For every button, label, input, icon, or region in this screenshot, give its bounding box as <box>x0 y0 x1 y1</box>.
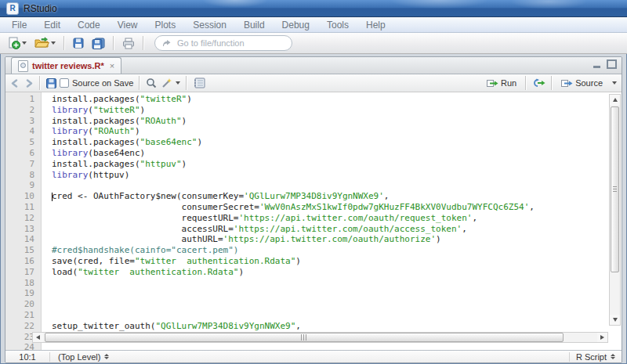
pane-minimize-icon[interactable] <box>593 66 600 68</box>
editor-toolbar-separator <box>551 76 553 90</box>
line-number: 20 <box>5 299 41 310</box>
back-icon[interactable] <box>10 79 20 88</box>
file-type-spinner-icon <box>611 354 615 359</box>
save-icon[interactable] <box>46 78 56 88</box>
scroll-left-icon[interactable] <box>33 333 43 342</box>
menu-item-view[interactable]: View <box>109 20 147 31</box>
tab-close-icon[interactable]: × <box>110 62 114 70</box>
vertical-scroll-thumb[interactable] <box>611 106 619 272</box>
open-file-button[interactable] <box>32 35 58 51</box>
code-area[interactable]: install.packages("twitteR")library("twit… <box>42 92 608 333</box>
menu-item-session[interactable]: Session <box>184 20 235 31</box>
code-line-5[interactable]: install.packages("base64enc") <box>52 137 608 148</box>
find-icon[interactable] <box>146 77 157 88</box>
code-line-9[interactable] <box>52 180 608 191</box>
code-line-8[interactable]: library(httpuv) <box>52 170 608 181</box>
open-file-dropdown-icon[interactable] <box>51 41 56 45</box>
new-file-dropdown-icon[interactable] <box>22 41 27 45</box>
menu-item-tools[interactable]: Tools <box>318 20 357 31</box>
file-type-selector[interactable]: R Script <box>569 352 622 362</box>
menu-item-help[interactable]: Help <box>357 20 394 31</box>
line-number: 19 <box>5 288 41 299</box>
new-file-icon <box>7 37 20 50</box>
code-line-14[interactable]: authURL='https://api.twitter.com/oauth/a… <box>52 234 608 245</box>
scope-selector[interactable]: (Top Level) <box>50 352 117 362</box>
save-all-button[interactable] <box>89 36 107 51</box>
run-icon <box>487 79 498 88</box>
scroll-right-icon[interactable] <box>597 333 607 342</box>
file-type-label: R Script <box>576 352 607 362</box>
compile-notebook-icon[interactable] <box>193 77 205 88</box>
rerun-button[interactable] <box>532 78 545 88</box>
scroll-down-icon[interactable] <box>610 315 620 325</box>
horizontal-scrollbar[interactable] <box>32 332 608 343</box>
code-line-18[interactable] <box>52 278 608 289</box>
source-on-save-checkbox[interactable] <box>60 78 69 88</box>
line-number: 10 <box>5 191 41 202</box>
line-number: 6 <box>5 148 41 159</box>
rstudio-window: R RStudio FileEditCodeViewPlotsSessionBu… <box>0 0 627 364</box>
editor-toolbar-separator <box>525 76 527 90</box>
menu-item-plots[interactable]: Plots <box>147 20 185 31</box>
line-number: 12 <box>5 213 41 224</box>
code-line-22[interactable]: setup_twitter_oauth("QGlLurw7MP34D8iv9Yg… <box>52 321 608 332</box>
toolbar-separator <box>113 36 114 50</box>
menu-item-build[interactable]: Build <box>235 20 274 31</box>
open-folder-icon <box>34 37 49 49</box>
code-line-6[interactable]: library(base64enc) <box>52 148 608 159</box>
code-editor[interactable]: 123456789101112131415161718192021222324 … <box>5 92 622 350</box>
code-line-15[interactable]: #cred$handshake(cainfo="cacert.pem") <box>52 245 608 256</box>
code-line-12[interactable]: requestURL='https://api.twitter.com/oaut… <box>52 213 608 224</box>
line-number: 9 <box>5 180 41 191</box>
goto-file-box[interactable] <box>154 35 292 51</box>
line-number-gutter: 123456789101112131415161718192021222324 <box>5 92 42 350</box>
print-button[interactable] <box>120 36 137 51</box>
code-line-10[interactable]: cred <- OAuthFactory$new(consumerKey='QG… <box>52 191 608 202</box>
code-line-7[interactable]: install.packages("httpuv") <box>52 159 608 170</box>
code-line-20[interactable] <box>52 299 608 310</box>
source-dropdown-icon[interactable] <box>612 81 617 85</box>
source-button[interactable]: Source <box>558 77 606 88</box>
line-number: 3 <box>5 116 41 127</box>
save-all-icon <box>92 38 105 49</box>
source-on-save-label: Source on Save <box>72 78 133 88</box>
save-button[interactable] <box>71 36 86 50</box>
code-line-19[interactable] <box>52 288 608 299</box>
menu-item-edit[interactable]: Edit <box>35 20 69 31</box>
code-line-16[interactable]: save(cred, file="twitter authentication.… <box>52 256 608 267</box>
vertical-scrollbar[interactable] <box>609 94 621 326</box>
line-number: 24 <box>5 342 41 350</box>
r-script-file-icon <box>18 60 28 72</box>
editor-toolbar: Source on Save Run <box>5 74 622 92</box>
code-line-4[interactable]: library("ROAuth") <box>52 126 608 137</box>
forward-icon[interactable] <box>24 79 34 88</box>
code-tools-dropdown-icon[interactable] <box>176 81 180 85</box>
line-number: 16 <box>5 256 41 267</box>
scroll-up-icon[interactable] <box>610 95 620 105</box>
menu-item-code[interactable]: Code <box>69 20 109 31</box>
code-line-21[interactable] <box>52 310 608 321</box>
main-toolbar <box>0 33 627 54</box>
tab-twitter-reviews[interactable]: twitter reviews.R* × <box>11 57 121 74</box>
line-number: 21 <box>5 310 41 321</box>
code-line-1[interactable]: install.packages("twitteR") <box>52 94 608 105</box>
code-line-13[interactable]: accessURL='https://api.twitter.com/oauth… <box>52 224 608 235</box>
line-number: 11 <box>5 202 41 213</box>
editor-toolbar-separator <box>39 76 41 90</box>
horizontal-scroll-thumb[interactable] <box>45 333 564 342</box>
code-tools-wand-icon[interactable] <box>160 77 172 88</box>
pane-maximize-icon[interactable] <box>607 59 617 69</box>
line-number: 14 <box>5 234 41 245</box>
run-button[interactable]: Run <box>484 77 520 88</box>
line-number: 15 <box>5 245 41 256</box>
code-line-2[interactable]: library("twitteR") <box>52 105 608 116</box>
menu-item-debug[interactable]: Debug <box>274 20 318 31</box>
code-line-11[interactable]: consumerSecret='WwV0nAszMxS1kwIf0pdw7gKH… <box>52 202 608 213</box>
code-line-3[interactable]: install.packages("ROAuth") <box>52 116 608 127</box>
editor-toolbar-separator <box>139 76 140 90</box>
line-number: 13 <box>5 224 41 235</box>
goto-file-input[interactable] <box>176 38 273 49</box>
code-line-17[interactable]: load("twitter authentication.Rdata") <box>52 267 608 278</box>
new-file-button[interactable] <box>5 35 29 52</box>
menu-item-file[interactable]: File <box>3 20 35 31</box>
